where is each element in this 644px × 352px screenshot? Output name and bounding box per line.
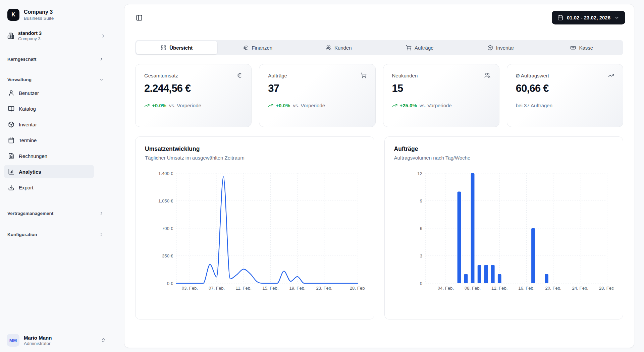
kpi-note: bei 37 Aufträgen <box>516 103 552 108</box>
svg-text:6: 6 <box>420 226 422 231</box>
revenue-line-chart: 0 €350 €700 €1.050 €1.400 €03. Feb.07. F… <box>145 169 365 291</box>
nav-label: Export <box>19 185 33 190</box>
tab-uebersicht[interactable]: Übersicht <box>136 41 217 54</box>
bar <box>491 265 494 283</box>
nav-label: Katalog <box>19 106 36 112</box>
building-icon <box>7 33 14 39</box>
date-range-picker[interactable]: 01.02 - 23.02, 2026 <box>552 11 625 24</box>
bar <box>545 274 548 283</box>
euro-icon <box>243 45 249 51</box>
kpi-value: 15 <box>392 82 490 95</box>
sidebar-item-termine[interactable]: Termine <box>4 133 94 147</box>
chart-subtitle: Auftragsvolumen nach Tag/Woche <box>394 155 614 161</box>
svg-text:28. Feb.: 28. Feb. <box>599 286 613 291</box>
euro-icon <box>236 72 243 78</box>
user-menu[interactable]: MM Mario Mann Administrator <box>7 334 106 347</box>
tab-bar: Übersicht Finanzen Kunden Aufträge <box>135 40 623 55</box>
kpi-value: 60,66 € <box>516 82 614 95</box>
svg-text:0 €: 0 € <box>167 281 173 286</box>
nav-label: Inventar <box>19 122 37 127</box>
svg-text:08. Feb.: 08. Feb. <box>464 286 480 291</box>
location-switcher[interactable]: standort 3 Company 3 <box>7 28 106 44</box>
nav-label: Termine <box>19 137 37 143</box>
sidebar-item-analytics[interactable]: Analytics <box>4 165 94 178</box>
kpi-delta: +0.0% <box>144 103 166 108</box>
kpi-delta-note: vs. Vorperiode <box>169 103 201 108</box>
book-open-icon <box>8 106 14 112</box>
sidebar-item-katalog[interactable]: Katalog <box>4 102 94 115</box>
nav-label: Benutzer <box>19 90 39 96</box>
kpi-delta-note: vs. Vorperiode <box>420 103 452 108</box>
sidebar-item-inventar[interactable]: Inventar <box>4 118 94 131</box>
kpi-card-gesamtumsatz: Gesamtumsatz 2.244,56 € +0.0% vs. Vorper… <box>135 64 252 127</box>
group-label: Verwaltung <box>7 77 32 82</box>
sidebar-group-verwaltung[interactable]: Verwaltung <box>7 77 104 82</box>
svg-text:16. Feb.: 16. Feb. <box>518 286 534 291</box>
chart-subtitle: Täglicher Umsatz im ausgewählten Zeitrau… <box>145 155 365 161</box>
charts-row: Umsatzentwicklung Täglicher Umsatz im au… <box>135 136 623 319</box>
sidebar-item-benutzer[interactable]: Benutzer <box>4 86 94 100</box>
topbar: 01.02 - 23.02, 2026 <box>124 4 634 31</box>
chart-column-icon <box>8 169 14 175</box>
bar <box>464 274 468 283</box>
chevrons-up-down-icon <box>101 338 106 343</box>
dashboard-content: Übersicht Finanzen Kunden Aufträge <box>124 31 634 319</box>
svg-text:19. Feb.: 19. Feb. <box>289 286 305 291</box>
tab-label: Aufträge <box>415 45 434 51</box>
svg-text:04. Feb.: 04. Feb. <box>437 286 453 291</box>
sidebar-item-export[interactable]: Export <box>4 181 94 194</box>
sidebar-group-kerngeschaeft[interactable]: Kerngeschäft <box>7 57 104 62</box>
trending-up-icon <box>608 72 614 78</box>
group-label: Kerngeschäft <box>7 57 36 62</box>
cart-icon <box>406 45 412 51</box>
user-name: Mario Mann <box>24 335 52 341</box>
bar <box>457 191 461 283</box>
group-label: Vertragsmanagement <box>7 211 53 216</box>
main-panel: 01.02 - 23.02, 2026 Übersicht Finanzen <box>124 4 634 348</box>
bar <box>531 228 535 283</box>
panel-left-icon <box>136 14 143 21</box>
bar <box>484 265 488 283</box>
bar <box>477 265 481 283</box>
chart-title: Aufträge <box>394 145 614 153</box>
banknote-icon <box>570 45 576 51</box>
tab-inventar[interactable]: Inventar <box>460 41 541 54</box>
chevron-right-icon <box>99 57 104 62</box>
sidebar-nav: Benutzer Katalog Inventar Termine Rechnu… <box>4 86 94 194</box>
tab-label: Übersicht <box>169 45 193 51</box>
brand[interactable]: K Company 3 Business Suite <box>0 0 113 23</box>
tab-label: Inventar <box>496 45 514 51</box>
chevron-down-icon <box>99 77 104 82</box>
sidebar-item-rechnungen[interactable]: Rechnungen <box>4 149 94 163</box>
orders-bar-chart: 03691204. Feb.08. Feb.12. Feb.16. Feb.20… <box>394 169 614 291</box>
tab-kunden[interactable]: Kunden <box>298 41 379 54</box>
tab-kasse[interactable]: Kasse <box>541 41 623 54</box>
calendar-icon <box>557 15 563 20</box>
user-icon <box>8 90 14 96</box>
kpi-label: Aufträge <box>268 73 287 78</box>
kpi-value: 2.244,56 € <box>144 82 243 95</box>
kpi-delta: +25.0% <box>392 103 417 108</box>
sidebar-group-vertragsmanagement[interactable]: Vertragsmanagement <box>7 211 104 216</box>
tab-finanzen[interactable]: Finanzen <box>217 41 299 54</box>
svg-text:1.400 €: 1.400 € <box>158 171 173 176</box>
sidebar-group-konfiguration[interactable]: Konfiguration <box>7 232 104 237</box>
bar <box>471 173 474 283</box>
calendar-icon <box>8 137 14 143</box>
kpi-label: Gesamtumsatz <box>144 73 178 78</box>
location-name: standort 3 <box>18 31 42 36</box>
kpi-row: Gesamtumsatz 2.244,56 € +0.0% vs. Vorper… <box>135 64 623 127</box>
kpi-label: Neukunden <box>392 73 418 78</box>
kpi-delta-note: vs. Vorperiode <box>293 103 325 108</box>
tab-auftraege[interactable]: Aufträge <box>379 41 461 54</box>
svg-text:350 €: 350 € <box>162 253 173 258</box>
tab-label: Kunden <box>334 45 352 51</box>
file-text-icon <box>8 153 14 159</box>
svg-text:20. Feb.: 20. Feb. <box>545 286 561 291</box>
sidebar-toggle-button[interactable] <box>133 12 145 24</box>
package-icon <box>8 121 14 128</box>
svg-text:0: 0 <box>420 281 422 286</box>
revenue-chart-card: Umsatzentwicklung Täglicher Umsatz im au… <box>135 136 374 319</box>
avatar: MM <box>7 334 19 347</box>
suite-label: Business Suite <box>24 16 54 21</box>
